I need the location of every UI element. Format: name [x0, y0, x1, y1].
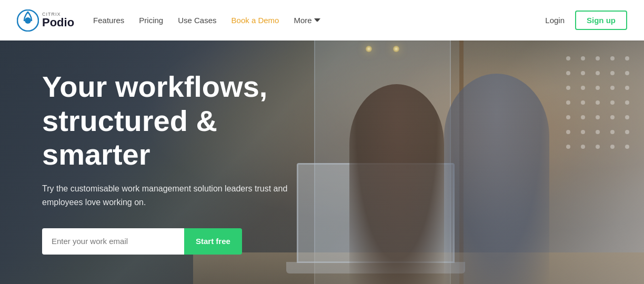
dots-pattern — [566, 56, 633, 153]
nav-pricing[interactable]: Pricing — [139, 16, 163, 25]
start-free-button[interactable]: Start free — [184, 228, 242, 255]
chevron-down-icon — [314, 18, 320, 23]
svg-point-1 — [25, 17, 31, 24]
nav-more-dropdown[interactable]: More — [294, 16, 320, 25]
hero-content: Your workflows, structured & smarter Try… — [0, 70, 358, 254]
podio-label: Podio — [42, 17, 74, 28]
nav-more-label: More — [294, 16, 311, 25]
login-button[interactable]: Login — [545, 16, 565, 25]
nav-features[interactable]: Features — [93, 16, 124, 25]
person-left-silhouette — [349, 84, 444, 284]
nav-actions: Login Sign up — [545, 11, 627, 30]
nav-use-cases[interactable]: Use Cases — [178, 16, 216, 25]
person-right-silhouette — [444, 74, 549, 284]
hero-cta-form: Start free — [42, 228, 316, 255]
signup-button[interactable]: Sign up — [575, 11, 627, 30]
logo-link[interactable]: CiTRiX Podio — [17, 9, 74, 32]
email-input[interactable] — [42, 228, 184, 255]
hero-title: Your workflows, structured & smarter — [42, 70, 316, 171]
navbar: CiTRiX Podio Features Pricing Use Cases … — [0, 0, 644, 40]
light-bulb-1 — [366, 46, 372, 52]
nav-links: Features Pricing Use Cases Book a Demo M… — [93, 16, 545, 25]
hero-section: Your workflows, structured & smarter Try… — [0, 40, 644, 284]
ceiling-lights — [366, 46, 399, 52]
nav-book-demo[interactable]: Book a Demo — [232, 16, 279, 25]
hero-subtitle: Try the customisable work management sol… — [42, 182, 295, 209]
light-bulb-2 — [393, 46, 399, 52]
logo-icon — [17, 9, 39, 32]
